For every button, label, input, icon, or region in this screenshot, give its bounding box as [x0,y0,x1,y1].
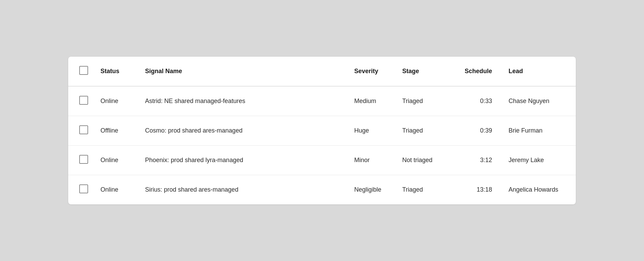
signals-table: Status Signal Name Severity Stage Schedu… [68,57,576,204]
row-severity: Medium [346,86,394,116]
row-lead: Brie Furman [500,116,576,145]
row-stage: Not triaged [394,145,449,175]
row-signal-name: Cosmo: prod shared ares-managed [137,116,346,145]
row-status: Offline [92,116,137,145]
row-signal-name: Sirius: prod shared ares-managed [137,175,346,204]
row-severity: Huge [346,116,394,145]
row-schedule: 0:33 [449,86,500,116]
header-status: Status [92,57,137,86]
row-checkbox-cell [68,86,92,116]
main-table-container: Status Signal Name Severity Stage Schedu… [68,57,576,204]
table-row: Online Sirius: prod shared ares-managed … [68,175,576,204]
row-lead: Jeremy Lake [500,145,576,175]
table-row: Offline Cosmo: prod shared ares-managed … [68,116,576,145]
header-stage: Stage [394,57,449,86]
row-signal-name: Astrid: NE shared managed-features [137,86,346,116]
row-status: Online [92,86,137,116]
table-row: Online Astrid: NE shared managed-feature… [68,86,576,116]
row-checkbox-cell [68,116,92,145]
row-checkbox-1[interactable] [79,125,88,134]
table-row: Online Phoenix: prod shared lyra-managed… [68,145,576,175]
row-schedule: 13:18 [449,175,500,204]
table-header-row: Status Signal Name Severity Stage Schedu… [68,57,576,86]
row-status: Online [92,175,137,204]
row-status: Online [92,145,137,175]
row-checkbox-2[interactable] [79,155,88,164]
row-severity: Minor [346,145,394,175]
row-checkbox-cell [68,175,92,204]
row-checkbox-3[interactable] [79,184,88,193]
header-severity: Severity [346,57,394,86]
select-all-checkbox[interactable] [79,66,88,75]
header-signal-name: Signal Name [137,57,346,86]
header-schedule: Schedule [449,57,500,86]
row-schedule: 3:12 [449,145,500,175]
row-checkbox-cell [68,145,92,175]
row-schedule: 0:39 [449,116,500,145]
header-lead: Lead [500,57,576,86]
row-signal-name: Phoenix: prod shared lyra-managed [137,145,346,175]
header-checkbox-cell [68,57,92,86]
row-lead: Chase Nguyen [500,86,576,116]
row-stage: Triaged [394,116,449,145]
row-severity: Negligible [346,175,394,204]
row-lead: Angelica Howards [500,175,576,204]
row-stage: Triaged [394,175,449,204]
row-checkbox-0[interactable] [79,96,88,105]
row-stage: Triaged [394,86,449,116]
